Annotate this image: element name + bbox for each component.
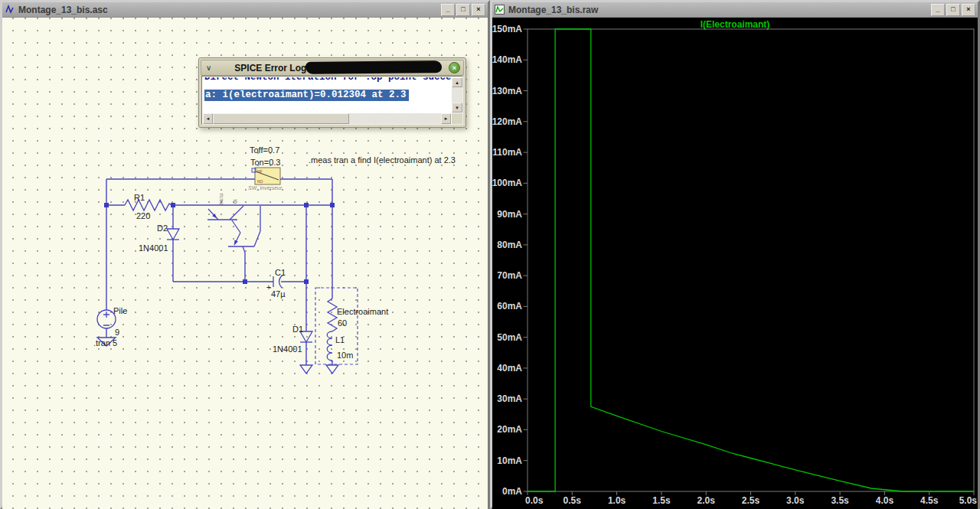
switch-toff[interactable]: Toff=0.7 (250, 145, 279, 155)
c1-ref: C1 (275, 268, 286, 277)
x-tick-label: 0.5s (564, 495, 582, 506)
waveform-titlebar[interactable]: Montage_13_bis.raw _ □ × (492, 2, 978, 18)
electroaimant-ref: Electroaimant (337, 307, 388, 316)
maximize-icon[interactable]: □ (456, 4, 470, 16)
x-tick-label: 4.0s (876, 495, 894, 506)
spice-error-log-title: SPICE Error Log: (234, 63, 309, 73)
window-title: Montage_13_bis.asc (18, 5, 108, 15)
scroll-up-icon[interactable]: ▴ (452, 77, 462, 87)
x-tick-label: 0.0s (525, 495, 544, 506)
close-icon[interactable]: × (472, 4, 485, 16)
plot-frame (528, 29, 974, 491)
switch-label: SW_Inverseur (248, 185, 283, 191)
y-tick-label: 60mA (497, 301, 522, 312)
q1-model: 2N1711 (220, 193, 224, 205)
log-line-clipped: Direct Newton iteration for .op point su… (204, 77, 451, 83)
y-tick-label: 70mA (497, 270, 522, 281)
spice-error-log-titlebar[interactable]: ∨ SPICE Error Log: × (201, 60, 464, 76)
minimize-icon[interactable]: _ (931, 4, 945, 16)
y-tick-label: 150mA (492, 24, 522, 34)
horizontal-scrollbar-thumb[interactable] (213, 113, 349, 124)
y-tick-label: 40mA (497, 363, 522, 374)
r1-ref: R1 (134, 193, 145, 202)
vertical-scrollbar[interactable]: ▴ ▾ (452, 77, 462, 113)
switch-sw-inverseur[interactable]: NF NO SW_Inverseur Toff=0.7 Ton=0.3 (248, 145, 283, 191)
y-tick-label: 90mA (497, 209, 522, 220)
schematic-canvas[interactable]: R1 220 D2 1N4001 (2, 18, 488, 509)
wires[interactable] (106, 179, 332, 365)
maximize-icon[interactable]: □ (946, 4, 960, 16)
window-title: Montage_13_bis.raw (508, 5, 598, 15)
redaction-scribble (305, 60, 442, 74)
scrollbar-corner (452, 113, 462, 124)
x-tick-label: 3.5s (831, 495, 849, 506)
log-view[interactable]: Direct Newton iteration for .op point su… (203, 77, 451, 113)
waveform-chart: 0mA10mA20mA30mA40mA50mA60mA70mA80mA90mA1… (492, 18, 978, 509)
y-tick-label: 140mA (492, 54, 522, 65)
q1-ref: Q1 (234, 198, 237, 204)
spice-error-log-content: Direct Newton iteration for .op point su… (201, 76, 463, 125)
scroll-left-icon[interactable]: ◂ (203, 113, 213, 124)
y-tick-label: 100mA (492, 178, 522, 188)
tran-directive[interactable]: .tran 5 (93, 338, 117, 347)
switch-ton[interactable]: Ton=0.3 (250, 158, 280, 167)
schematic-titlebar[interactable]: Montage_13_bis.asc _ □ × (2, 2, 488, 18)
switch-pin-nf: NF (257, 169, 263, 174)
minimize-icon[interactable]: _ (441, 4, 455, 16)
pile-ref: Pile (113, 306, 127, 315)
capacitor-c1[interactable]: C1 + 47µ (266, 268, 286, 299)
waveform-icon (495, 5, 505, 15)
resistor-r1[interactable]: R1 220 (125, 193, 172, 220)
x-tick-label: 3.0s (786, 495, 805, 506)
switch-pin-no: NO (257, 179, 263, 184)
horizontal-scrollbar[interactable]: ◂ ▸ (203, 113, 451, 124)
y-tick-label: 110mA (492, 147, 522, 158)
pile-value: 9 (115, 328, 119, 337)
voltage-source-pile[interactable]: Pile 9 .tran 5 (93, 306, 127, 347)
ltspice-schematic-icon (5, 5, 15, 15)
x-tick-label: 2.5s (742, 495, 760, 506)
dialog-close-icon[interactable]: × (449, 62, 460, 73)
y-tick-label: 0mA (502, 486, 522, 497)
d1-ref: D1 (292, 325, 303, 334)
scroll-down-icon[interactable]: ▾ (452, 103, 462, 113)
y-tick-label: 10mA (497, 455, 522, 466)
transistor-pair[interactable]: 2N1711 Q1 (207, 193, 260, 253)
spice-error-log-dialog: ∨ SPICE Error Log: × Direct Newton itera… (198, 57, 466, 128)
y-tick-label: 80mA (497, 240, 522, 250)
waveform-window: Montage_13_bis.raw _ □ × I(Electroaimant… (490, 0, 980, 509)
x-tick-label: 1.5s (652, 495, 671, 506)
y-tick-label: 30mA (497, 393, 522, 404)
y-tick-label: 20mA (497, 424, 522, 435)
y-tick-label: 120mA (492, 116, 522, 127)
x-tick-label: 5.0s (959, 495, 978, 506)
meas-directive[interactable]: .meas tran a find I(electroaimant) at 2.… (309, 155, 456, 165)
l1-ref: L1 (335, 335, 345, 344)
c1-value: 47µ (271, 289, 286, 299)
current-trace (528, 29, 974, 491)
y-tick-label: 130mA (492, 86, 522, 96)
x-tick-label: 4.5s (920, 495, 939, 506)
d1-value: 1N4001 (273, 344, 302, 354)
electroaimant-group[interactable]: Electroaimant 60 L1 10m (315, 288, 388, 374)
x-tick-label: 1.0s (608, 495, 626, 506)
d2-value: 1N4001 (139, 243, 168, 253)
d2-ref: D2 (157, 224, 168, 233)
x-tick-label: 2.0s (697, 495, 716, 506)
scroll-right-icon[interactable]: ▸ (441, 113, 451, 124)
y-tick-label: 50mA (497, 332, 522, 343)
l1-value: 10m (337, 351, 353, 360)
close-icon[interactable]: × (962, 4, 975, 16)
chevron-down-icon[interactable]: ∨ (206, 64, 211, 72)
log-line-selected[interactable]: a: i(electroaimant)=0.012304 at 2.3 (204, 90, 409, 101)
electroaimant-value: 60 (338, 318, 347, 328)
waveform-plot-area[interactable]: I(Electroaimant) 0mA10mA20mA30mA40mA50mA… (492, 18, 978, 509)
r1-value: 220 (136, 211, 150, 220)
schematic-window: Montage_13_bis.asc _ □ × R1 (0, 0, 490, 509)
